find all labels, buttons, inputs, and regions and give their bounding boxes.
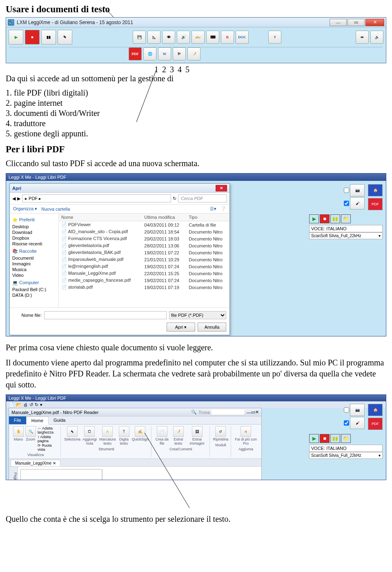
r-icon[interactable]: R [221,31,234,44]
filename-input[interactable] [44,311,167,319]
pause-button[interactable]: ▮▮ [41,30,56,45]
table-row[interactable]: 📄 Imparosulweb_manuale.pdf21/01/2011 10:… [59,256,229,263]
stop-button[interactable]: ■ [25,30,40,45]
notes-submenu-button[interactable]: 📝 [187,47,200,60]
document-tab[interactable]: Manuale_LeggiXme ✕ [11,460,60,466]
speaker2-icon[interactable]: 🔈 [370,31,383,44]
fit-page[interactable]: ↕ Adatta pagina [38,435,58,443]
nav-item[interactable]: Dropbox [12,235,56,241]
home-icon[interactable]: 🏠 [368,404,383,416]
globe-submenu-button[interactable]: 🌐 [143,47,156,60]
fwd-icon[interactable]: ▶ [17,196,20,201]
help-button[interactable]: ? [268,31,281,44]
filetype-select[interactable]: file PDF (*.PDF) [169,311,226,319]
pages-panel-tab[interactable]: Pagine [9,467,18,480]
table-row[interactable]: 📄 le@rningenglish.pdf19/02/2011 07:24Doc… [59,263,229,270]
save-icon[interactable]: 💾 [133,31,146,44]
stop-button[interactable]: ■ [320,214,330,223]
refresh-icon[interactable]: ↻ [173,196,176,201]
note-tool[interactable]: 🗒 [84,426,95,437]
view-icon[interactable]: ☰▾ [210,206,216,211]
table-row[interactable]: 📄 AID_manuale_sito - Copia.pdf20/02/2011… [59,228,229,235]
upgrade-button[interactable]: n [241,426,251,437]
type-text-tool[interactable]: Ꭲ [119,426,129,437]
help-icon[interactable]: ❔ [220,206,226,211]
checkbox[interactable] [344,197,349,209]
speaker-icon[interactable]: 🔊 [177,31,190,44]
cancel-button[interactable]: Annulla [198,323,226,332]
table-row[interactable]: 📄 Manuale_LeggiXme.pdf22/02/2011 15:25Do… [59,270,229,277]
minimize-icon[interactable]: — [247,410,251,415]
brush-icon[interactable]: 🖌 [350,197,365,209]
col-header[interactable]: Nome [59,214,142,221]
back-icon[interactable]: ◀ [12,196,16,201]
rotate-view[interactable]: ⟳ Ruota vista [38,443,58,452]
nav-item[interactable]: Desktop [12,224,56,229]
word-submenu-button[interactable]: W [158,47,171,60]
pause-button[interactable]: ▮▮ [330,434,340,443]
minimize-button[interactable]: — [330,19,347,26]
home-icon[interactable]: 🏠 [368,184,383,196]
folder-button[interactable]: 📁 [341,434,351,443]
qat-icon[interactable]: ↻ [35,402,38,407]
close-button[interactable]: ✕ [365,19,384,26]
select-tool[interactable]: ⬉ [67,426,78,437]
nav-item[interactable]: Musica [12,267,56,272]
hand-tool[interactable]: ✋ [13,426,24,437]
nav-item[interactable]: Download [12,229,56,235]
stop-button[interactable]: ■ [320,434,330,443]
extract-images[interactable]: 🖼 [192,426,203,437]
highlight-tool[interactable]: A [102,426,113,437]
swap-icon[interactable]: ⇔ [356,31,369,44]
play-button[interactable]: ▶ [9,30,23,45]
doc-icon[interactable]: DOC [236,31,249,44]
tab-guida[interactable]: Guida [49,416,70,424]
table-row[interactable]: 📄 Formazione CTS Vicenza.pdf20/02/2011 1… [59,235,229,242]
abc-icon[interactable]: abc [192,31,205,44]
create-from-file[interactable]: 📄 [157,426,167,437]
pdf-icon[interactable]: PDF [368,418,383,430]
open-button[interactable]: Apri ▾ [167,323,195,332]
new-folder-button[interactable]: Nuova cartella [41,207,70,211]
zoom-tool[interactable]: 🔍 [25,426,36,437]
brush-icon[interactable]: 🖌 [350,417,365,429]
maximize-button[interactable]: ▭ [347,19,365,26]
tab-file[interactable]: File [9,416,26,424]
play-button[interactable]: ▶ [309,434,319,443]
qat-dropdown[interactable]: ▾ [40,402,42,407]
maximize-icon[interactable]: ▭ [251,410,255,415]
eye-icon[interactable]: 👁 [162,31,175,44]
table-row[interactable]: 📄 PDFViewer04/03/2011 09:12Cartella di f… [59,221,229,229]
qat-icon[interactable]: 📄 [9,402,14,407]
nav-item[interactable]: Packard Bell (C:) [12,287,56,292]
col-header[interactable]: Tipo [186,214,229,221]
flags-submenu-button[interactable]: 🏳 [173,47,186,60]
restore-button[interactable]: ↺ [215,426,226,437]
checkbox[interactable] [344,417,349,429]
col-header[interactable]: Ultima modifica [142,214,186,221]
folder-button[interactable]: 📁 [341,214,351,223]
qat-icon[interactable]: ↺ [29,402,33,407]
voice-select[interactable]: ScanSoft Silvia_Full_22kHz▾ [309,452,383,459]
checkbox[interactable] [344,404,349,416]
keyboard-icon[interactable]: ⌨ [206,31,219,44]
table-row[interactable]: 📄 medie_capseggio_francese.pdf19/02/2011… [59,277,229,284]
play-button[interactable]: ▶ [309,214,319,223]
dialog-close-button[interactable]: ✕ [216,185,227,191]
qat-icon[interactable]: 🖨 [23,402,28,407]
camera-icon[interactable]: 📷 [350,184,365,196]
qat-icon[interactable]: 📂 [16,402,22,407]
nav-item[interactable]: Documenti [12,255,56,261]
nav-item[interactable]: Risorse recenti [12,241,56,247]
search-input[interactable]: Cerca PDF [178,194,227,203]
camera-icon[interactable]: 📷 [350,404,365,416]
pdf-icon[interactable]: PDF [368,198,383,210]
pdf-submenu-button[interactable]: PDF [129,47,142,60]
nav-tree[interactable]: ⭐ Preferiti Desktop Download Dropbox Ris… [10,214,59,307]
checkbox[interactable] [344,184,349,196]
close-icon[interactable]: ✕ [255,410,259,415]
nav-item[interactable]: Immagini [12,261,56,267]
edit-button[interactable]: ✎ [58,30,72,45]
file-list[interactable]: Nome Ultima modifica Tipo 📄 PDFViewer04/… [59,214,229,307]
table-row[interactable]: 📄 storialab.pdf19/02/2011 07:19Documento… [59,284,229,291]
